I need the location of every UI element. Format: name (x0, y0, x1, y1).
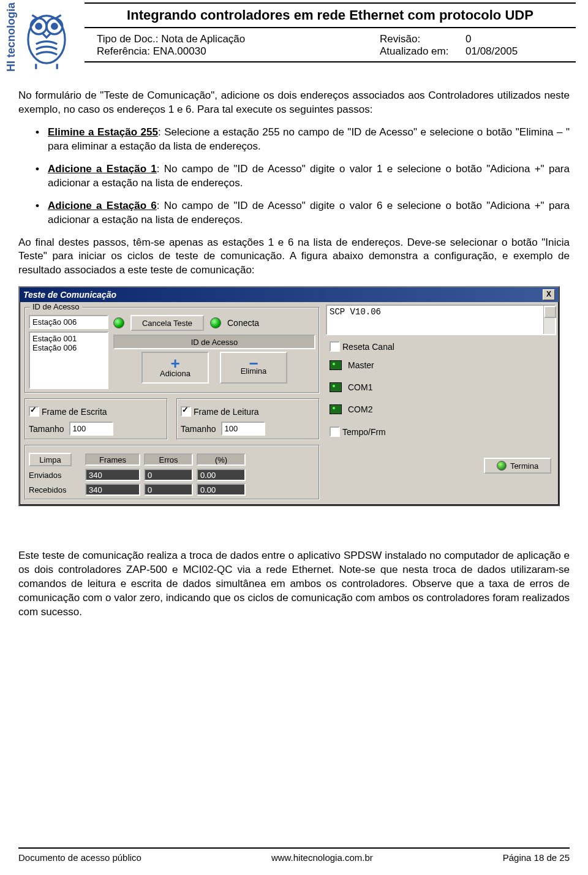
size-write-input[interactable]: 100 (69, 422, 113, 436)
paragraph-result: Ao final destes passos, têm-se apenas as… (18, 236, 570, 278)
upd-label: Atualizado em: (380, 45, 466, 58)
ref-value: ENA.00030 (153, 45, 206, 57)
tempo-checkbox[interactable] (330, 426, 340, 437)
plus-icon: + (170, 358, 179, 369)
frame-write-group: Frame de Escrita Tamanho100 (24, 398, 168, 440)
frame-write-checkbox[interactable] (29, 406, 39, 417)
footer-left: Documento de acesso público (18, 852, 141, 863)
document-title: Integrando controladores em rede Etherne… (85, 2, 576, 28)
size-read-input[interactable]: 100 (221, 422, 265, 436)
svg-point-4 (52, 24, 58, 29)
station-listbox[interactable]: Estação 001 Estação 006 (29, 331, 108, 389)
recv-errors-value: 0 (144, 483, 193, 496)
scroll-up-icon[interactable] (544, 306, 556, 318)
id-access-header: ID de Acesso (113, 335, 315, 349)
sent-errors-value: 0 (144, 469, 193, 481)
log-line: SCP V10.06 (330, 307, 381, 317)
col-frames: Frames (85, 453, 140, 466)
recv-pct-value: 0.00 (197, 483, 246, 496)
doc-type-label: Tipo de Doc.: (97, 33, 158, 45)
dialog-title: Teste de Comunicação (23, 290, 543, 300)
list-item[interactable]: Estação 006 (32, 343, 105, 352)
col-pct: (%) (197, 453, 246, 466)
rev-value: 0 (466, 33, 471, 45)
chip-icon (330, 382, 342, 392)
upd-value: 01/08/2005 (466, 45, 518, 57)
remove-button[interactable]: − Elimina (220, 352, 287, 384)
cancel-test-button[interactable]: Cancela Teste (130, 315, 204, 331)
stats-group: Limpa Frames Erros (%) Enviados 340 0 0.… (24, 445, 320, 500)
status-led-icon (113, 317, 124, 328)
paragraph-intro: No formulário de "Teste de Comunicação",… (18, 89, 570, 117)
master-label: Master (348, 360, 374, 370)
recv-frames-value: 340 (85, 483, 140, 496)
sent-frames-value: 340 (85, 469, 140, 481)
body-text: No formulário de "Teste de Comunicação",… (0, 78, 588, 278)
document-meta: Tipo de Doc.: Nota de Aplicação Referênc… (85, 31, 576, 63)
paragraph-conclusion: Este teste de comunicação realiza a troc… (0, 549, 588, 619)
brand-vertical-text: HI tecnologia (5, 2, 18, 78)
bullet-3: Adicione a Estação 6: No campo de "ID de… (18, 199, 570, 227)
status-led-icon (210, 317, 221, 328)
size-label: Tamanho (29, 424, 64, 434)
size-label: Tamanho (181, 424, 216, 434)
svg-point-3 (36, 24, 42, 29)
dialog-titlebar[interactable]: Teste de Comunicação X (20, 287, 559, 302)
com2-label: COM2 (348, 404, 372, 414)
bullet-2: Adicione a Estação 1: No campo de "ID de… (18, 162, 570, 191)
row-recv-label: Recebidos (29, 485, 81, 494)
sent-pct-value: 0.00 (197, 469, 246, 481)
clear-button[interactable]: Limpa (29, 453, 72, 466)
document-header: HI tecnologia Integrando controladores e… (0, 0, 588, 78)
rev-label: Revisão: (380, 33, 466, 45)
frame-read-checkbox[interactable] (181, 406, 191, 417)
scrollbar[interactable] (543, 306, 555, 334)
list-item[interactable]: Estação 001 (32, 334, 105, 343)
col-errors: Erros (144, 453, 193, 466)
log-output[interactable]: SCP V10.06 (326, 305, 556, 335)
id-access-legend: ID de Acesso (30, 302, 82, 311)
owl-logo-icon (20, 2, 73, 70)
chip-icon (330, 360, 342, 370)
footer-right: Página 18 de 25 (503, 852, 570, 863)
connect-label: Conecta (227, 318, 259, 328)
frame-read-group: Frame de Leitura Tamanho100 (176, 398, 320, 440)
bullet-1: Elimine a Estação 255: Selecione a estaç… (18, 126, 570, 154)
brand-block: HI tecnologia (5, 2, 85, 78)
comm-test-dialog: Teste de Comunicação X ID de Acesso Esta… (18, 286, 560, 506)
terminate-button[interactable]: Termina (484, 458, 551, 474)
com1-label: COM1 (348, 382, 372, 392)
check-circle-icon (497, 461, 507, 471)
ref-label: Referência: (97, 45, 150, 58)
row-sent-label: Enviados (29, 471, 81, 480)
footer-center: www.hitecnologia.com.br (141, 852, 503, 863)
chip-icon (330, 404, 342, 414)
doc-type-value: Nota de Aplicação (161, 33, 245, 45)
close-icon[interactable]: X (543, 289, 555, 300)
add-button[interactable]: + Adiciona (141, 352, 209, 384)
id-access-field[interactable]: Estação 006 (29, 315, 108, 329)
page-footer: Documento de acesso público www.hitecnol… (0, 847, 588, 863)
reset-canal-checkbox[interactable] (330, 341, 340, 352)
id-access-group: ID de Acesso Estação 006 Estação 001 Est… (24, 307, 320, 393)
minus-icon: − (249, 360, 258, 366)
